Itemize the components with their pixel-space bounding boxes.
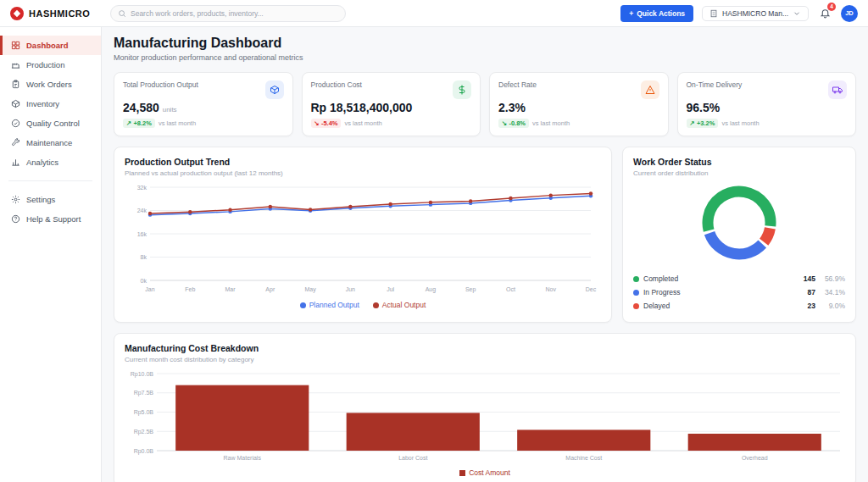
- sidebar-item-settings[interactable]: Settings: [0, 190, 101, 209]
- kpi-card-total-production-output: Total Production Output 24,580 units ↗ +…: [114, 72, 293, 136]
- kpi-note: vs last month: [721, 119, 759, 127]
- sidebar-item-quality-control[interactable]: Quality Control: [0, 114, 101, 133]
- cube-icon: [265, 80, 284, 99]
- trend-down-icon: ↘: [314, 119, 320, 127]
- wrench-icon: [11, 138, 20, 147]
- kpi-card-production-cost: Production Cost Rp 18,518,400,000 ↘ -5.4…: [302, 72, 481, 136]
- manufacturing-cost-breakdown-card: Manufacturing Cost Breakdown Current mon…: [114, 333, 856, 482]
- svg-text:8k: 8k: [141, 254, 147, 260]
- brand-logo[interactable]: HASHMICRO: [10, 7, 102, 20]
- search-input[interactable]: [131, 9, 338, 18]
- svg-text:0k: 0k: [141, 278, 147, 284]
- kpi-note: vs last month: [344, 119, 381, 127]
- svg-text:Nov: Nov: [546, 286, 557, 292]
- production-output-trend-card: Production Output Trend Planned vs actua…: [114, 147, 612, 323]
- sidebar-item-work-orders[interactable]: Work Orders: [0, 75, 101, 94]
- page-title: Manufacturing Dashboard: [114, 36, 856, 51]
- sidebar-item-label: Help & Support: [26, 214, 81, 224]
- kpi-card-defect-rate: Defect Rate 2.3% ↘ -0.8% vs last month: [489, 72, 669, 136]
- notifications-button[interactable]: 4: [817, 6, 832, 21]
- global-search[interactable]: [110, 5, 346, 22]
- kpi-value: 96.5%: [687, 101, 848, 114]
- legend-row-completed: Completed 145 56.9%: [633, 272, 845, 285]
- sidebar-item-label: Inventory: [26, 99, 59, 108]
- chart-subtitle: Current month cost distribution by categ…: [125, 356, 845, 363]
- dashboard-icon: [11, 41, 20, 50]
- svg-text:May: May: [304, 286, 316, 293]
- chart-subtitle: Planned vs actual production output (las…: [125, 169, 601, 177]
- check-circle-icon: [11, 119, 20, 128]
- gear-icon: [11, 195, 20, 204]
- kpi-value: 24,580 units: [123, 101, 284, 114]
- svg-text:Overhead: Overhead: [742, 455, 768, 461]
- sidebar-item-analytics[interactable]: Analytics: [0, 152, 101, 172]
- bar-chart-legend: Cost Amount: [125, 468, 845, 477]
- svg-text:Jun: Jun: [346, 286, 355, 292]
- sidebar-item-label: Work Orders: [26, 80, 72, 89]
- svg-text:Rp7.5B: Rp7.5B: [134, 390, 154, 396]
- svg-text:Feb: Feb: [185, 286, 195, 292]
- legend-dot: [373, 302, 379, 308]
- kpi-delta: ↘ -0.8%: [498, 119, 529, 128]
- search-icon: [118, 9, 126, 18]
- svg-text:16k: 16k: [137, 231, 147, 237]
- sidebar-item-label: Production: [26, 60, 64, 69]
- sidebar-item-help-support[interactable]: Help & Support: [0, 209, 101, 229]
- kpi-value: 2.3%: [498, 101, 659, 114]
- plus-icon: +: [629, 9, 633, 18]
- quick-actions-button[interactable]: + Quick Actions: [620, 5, 693, 22]
- svg-text:Rp0.0B: Rp0.0B: [134, 448, 154, 455]
- sidebar-item-maintenance[interactable]: Maintenance: [0, 133, 101, 152]
- company-selector[interactable]: HASHMICRO Man...: [702, 6, 809, 21]
- svg-text:Rp10.0B: Rp10.0B: [131, 371, 154, 378]
- kpi-note: vs last month: [159, 119, 196, 127]
- legend-cost-amount: Cost Amount: [459, 468, 510, 477]
- sidebar-item-label: Analytics: [26, 158, 58, 167]
- legend-row-in-progress: In Progress 87 34.1%: [633, 285, 845, 299]
- hashmicro-logo-icon: [10, 7, 24, 20]
- svg-text:Machine Cost: Machine Cost: [565, 455, 602, 461]
- user-avatar[interactable]: JD: [841, 5, 858, 22]
- svg-text:32k: 32k: [137, 185, 147, 191]
- chevron-down-icon: [793, 9, 801, 18]
- sidebar-item-dashboard[interactable]: Dashboard: [0, 36, 101, 55]
- kpi-note: vs last month: [532, 119, 570, 127]
- chart-title: Work Order Status: [633, 157, 845, 167]
- kpi-value: Rp 18,518,400,000: [311, 101, 472, 114]
- svg-text:Raw Materials: Raw Materials: [224, 455, 262, 461]
- legend-planned-output: Planned Output: [300, 301, 359, 309]
- svg-text:Apr: Apr: [265, 286, 275, 293]
- chart-title: Production Output Trend: [125, 157, 601, 167]
- building-icon: [709, 9, 718, 18]
- work-order-donut: [633, 180, 845, 265]
- sidebar-item-label: Maintenance: [26, 138, 72, 147]
- svg-text:Rp2.5B: Rp2.5B: [134, 429, 154, 435]
- sidebar-divider: [8, 180, 92, 181]
- kpi-delta: ↗ +8.2%: [123, 119, 155, 128]
- company-label: HASHMICRO Man...: [722, 9, 788, 18]
- svg-text:Jan: Jan: [145, 286, 154, 292]
- help-circle-icon: [11, 214, 20, 224]
- notification-badge: 4: [827, 3, 836, 11]
- top-bar: HASHMICRO + Quick Actions HASHMICRO Man.…: [0, 0, 868, 27]
- svg-text:Labor Cost: Labor Cost: [398, 455, 427, 461]
- quick-actions-label: Quick Actions: [637, 9, 685, 18]
- donut-legend: Completed 145 56.9% In Progress 87 34.1%…: [633, 272, 845, 313]
- kpi-label: Total Production Output: [123, 80, 198, 89]
- bar-chart-icon: [11, 158, 20, 167]
- factory-icon: [11, 60, 20, 69]
- legend-dot: [633, 303, 639, 309]
- svg-text:Rp5.0B: Rp5.0B: [134, 409, 154, 416]
- clipboard-icon: [11, 80, 20, 89]
- box-icon: [11, 99, 20, 108]
- svg-text:Oct: Oct: [506, 286, 515, 292]
- truck-icon: [828, 80, 847, 99]
- legend-actual-output: Actual Output: [373, 301, 426, 309]
- legend-dot: [633, 290, 639, 296]
- sidebar-item-label: Quality Control: [26, 119, 80, 128]
- sidebar-item-label: Settings: [26, 195, 55, 204]
- kpi-row: Total Production Output 24,580 units ↗ +…: [114, 72, 856, 136]
- sidebar-item-production[interactable]: Production: [0, 55, 101, 75]
- sidebar-item-inventory[interactable]: Inventory: [0, 94, 101, 114]
- kpi-delta: ↗ +3.2%: [687, 119, 719, 128]
